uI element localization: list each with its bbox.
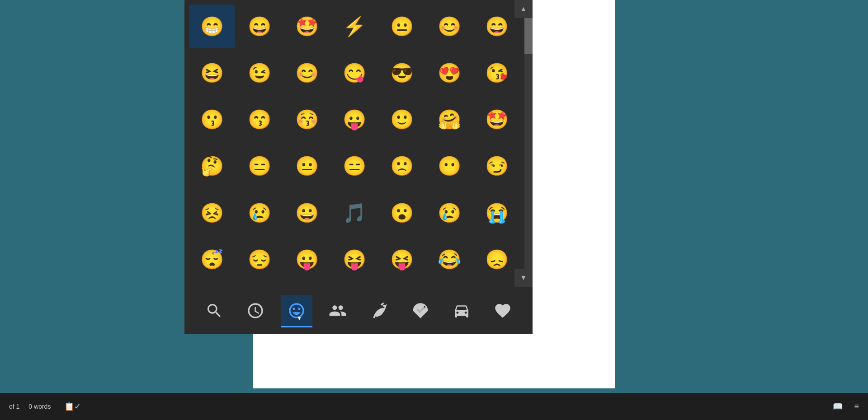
emoji-cell[interactable]: 😄 [236,5,282,48]
chevron-down-icon: ▼ [520,274,527,282]
category-food-button[interactable] [405,295,436,327]
book-view-icon[interactable]: 📖 [833,401,843,411]
emoji-cell[interactable]: 🤗 [427,98,472,141]
emoji-cell[interactable]: 🤔 [189,144,235,188]
emoji-cell[interactable]: 🙁 [379,144,425,188]
people-icon [329,302,347,320]
car-icon [453,302,471,320]
emoji-cell[interactable]: 😗 [189,98,235,141]
emoji-cell[interactable]: 😏 [474,144,520,188]
emoji-grid: 😁 😄 🤩 ⚡ 😐 😊 😄 😆 😉 😊 😋 😎 😍 😘 😗 😙 😚 😛 🙂 🤗 … [184,0,524,287]
search-icon [205,302,223,320]
word-count: 0 words [28,403,51,410]
leaf-icon [370,302,388,320]
emoji-cell[interactable]: 😴 [189,238,235,281]
emoji-cell[interactable]: 🤩 [284,5,330,48]
emoji-cell[interactable]: 😀 [284,191,330,235]
emoji-cell[interactable]: 😝 [331,238,377,281]
emoji-cell[interactable]: 😍 [427,51,472,95]
emoji-cell[interactable]: 😐 [284,144,330,188]
status-bar: of 1 0 words 📋✓ 📖 ≡ [0,393,868,420]
smiley-icon [288,302,306,320]
scrollbar-thumb[interactable] [524,18,533,54]
emoji-cell[interactable]: 😘 [474,51,520,95]
emoji-cell[interactable]: ⚡ [331,5,377,48]
pizza-icon [411,302,429,320]
category-smiley-button[interactable] [281,295,312,327]
category-travel-button[interactable] [446,295,477,327]
emoji-cell[interactable]: 😐 [379,5,425,48]
clock-icon [246,302,264,320]
emoji-cell[interactable]: 😙 [236,98,282,141]
page-info: of 1 [9,403,19,410]
emoji-cell[interactable]: 😝 [379,238,425,281]
emoji-picker-panel: ▲ ▼ 😁 😄 🤩 ⚡ 😐 😊 😄 😆 😉 😊 😋 😎 😍 😘 😗 😙 😚 😛 … [184,0,533,334]
emoji-cell[interactable]: 😎 [379,51,425,95]
emoji-cell[interactable]: 😶 [427,144,472,188]
chevron-up-icon: ▲ [520,5,527,13]
emoji-cell[interactable]: 😮 [379,191,425,235]
emoji-cell[interactable]: 😋 [331,51,377,95]
emoji-cell[interactable]: 😚 [284,98,330,141]
category-bar [184,287,533,334]
emoji-cell[interactable]: 🙂 [379,98,425,141]
emoji-cell[interactable]: 😢 [236,191,282,235]
category-hearts-button[interactable] [487,295,519,327]
category-search-button[interactable] [198,295,230,327]
emoji-cell[interactable]: 😑 [331,144,377,188]
emoji-cell[interactable]: 🎵 [331,191,377,235]
heart-icon [494,302,512,320]
emoji-cell[interactable]: 😊 [284,51,330,95]
emoji-cell[interactable]: 😆 [189,51,235,95]
emoji-cell[interactable]: 😉 [236,51,282,95]
page-view-icon[interactable]: ≡ [854,402,859,411]
status-bar-right: 📖 ≡ [828,401,859,411]
emoji-cell[interactable]: 😣 [189,191,235,235]
spell-check-icon[interactable]: 📋✓ [64,401,81,411]
category-nature-button[interactable] [363,295,395,327]
scrollbar-track[interactable] [524,18,533,285]
scroll-down-button[interactable]: ▼ [514,269,533,287]
scroll-up-button[interactable]: ▲ [514,0,533,18]
category-recent-button[interactable] [240,295,271,327]
emoji-cell[interactable]: 😑 [236,144,282,188]
category-people-button[interactable] [322,295,354,327]
emoji-cell[interactable]: 😁 [189,5,235,48]
emoji-cell[interactable]: 😭 [474,191,520,235]
emoji-cell[interactable]: 😛 [331,98,377,141]
emoji-cell[interactable]: 😛 [284,238,330,281]
emoji-cell[interactable]: 😊 [427,5,472,48]
emoji-cell[interactable]: 😔 [236,238,282,281]
emoji-cell[interactable]: 🤩 [474,98,520,141]
emoji-cell[interactable]: 😢 [427,191,472,235]
emoji-cell[interactable]: 😞 [474,238,520,281]
emoji-cell[interactable]: 😄 [474,5,520,48]
emoji-cell[interactable]: 😂 [427,238,472,281]
